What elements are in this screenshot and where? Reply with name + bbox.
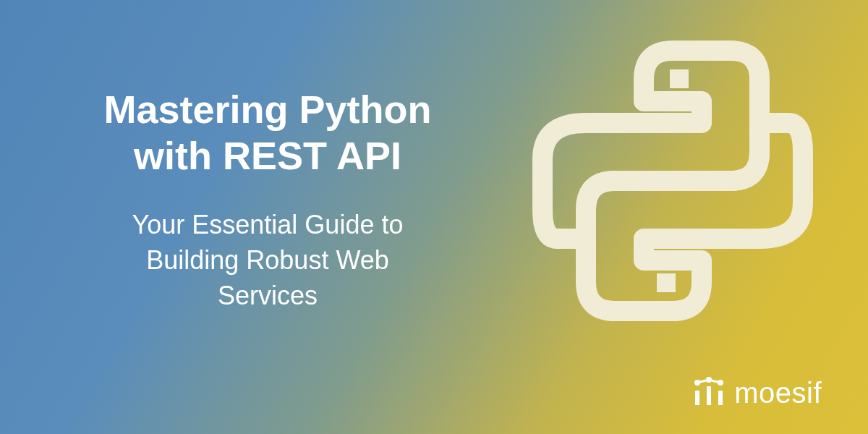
graphic-block — [492, 0, 868, 434]
brand-mark-icon — [692, 376, 726, 409]
subhead-line-3: Services — [218, 281, 318, 310]
headline-line-2: with REST API — [134, 134, 401, 177]
text-block: Mastering Python with REST API Your Esse… — [0, 0, 492, 434]
svg-rect-1 — [657, 273, 676, 292]
svg-rect-5 — [695, 391, 699, 405]
headline: Mastering Python with REST API — [72, 87, 463, 179]
headline-line-1: Mastering Python — [103, 88, 431, 131]
python-icon — [521, 29, 825, 333]
subhead-line-2: Building Robust Web — [146, 245, 389, 275]
subheadline: Your Essential Guide to Building Robust … — [72, 208, 463, 313]
banner-container: Mastering Python with REST API Your Esse… — [0, 0, 868, 434]
svg-rect-0 — [670, 69, 689, 88]
svg-rect-7 — [718, 391, 723, 405]
subhead-line-1: Your Essential Guide to — [132, 210, 404, 239]
brand-name: moesif — [734, 377, 822, 409]
brand-logo: moesif — [692, 376, 822, 409]
svg-rect-6 — [707, 386, 711, 405]
